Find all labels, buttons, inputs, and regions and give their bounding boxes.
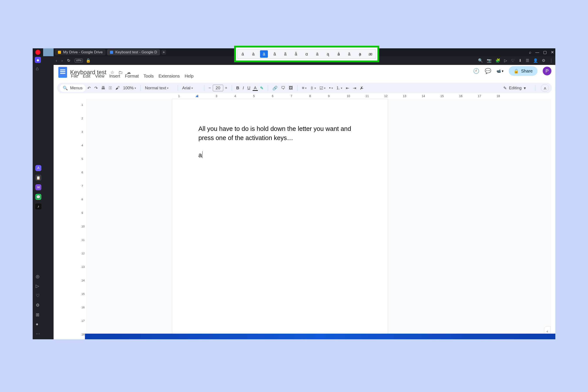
- share-button[interactable]: 🔒 Share: [509, 66, 538, 76]
- vertical-ruler[interactable]: 123456789101112131415161718: [81, 99, 86, 339]
- align-dropdown[interactable]: ≡: [300, 86, 308, 90]
- sidebar-app-aria[interactable]: A: [35, 165, 42, 171]
- new-tab-button[interactable]: +: [161, 50, 166, 55]
- accent-option-ạ[interactable]: ạ: [356, 50, 364, 58]
- sidebar-app-messenger[interactable]: ✉: [35, 184, 42, 190]
- paint-format-button[interactable]: 🖌: [114, 86, 121, 90]
- sidebar-player-icon[interactable]: ▷: [36, 283, 40, 288]
- sidebar-dot-icon[interactable]: ●: [36, 322, 40, 327]
- menu-insert[interactable]: Insert: [109, 74, 120, 78]
- menu-help[interactable]: Help: [185, 74, 194, 78]
- accent-option-â[interactable]: â: [271, 50, 278, 58]
- sidebar-more-icon[interactable]: ⋯: [36, 331, 40, 336]
- accent-option-å[interactable]: å: [292, 50, 300, 58]
- browser-tab-drive[interactable]: My Drive - Google Drive: [55, 49, 106, 55]
- last-edit-icon[interactable]: 🕘: [473, 68, 480, 74]
- font-size-input[interactable]: 20: [213, 85, 223, 91]
- easy-setup-icon[interactable]: ☰: [526, 58, 529, 63]
- ruler-tick: 6: [272, 94, 274, 98]
- lock-icon[interactable]: 🔒: [86, 58, 90, 63]
- sidebar-app-whatsapp[interactable]: 💬: [35, 194, 42, 200]
- downloads-icon[interactable]: ⬇: [518, 58, 522, 63]
- reload-button[interactable]: ↻: [65, 58, 72, 63]
- numbered-list-dropdown[interactable]: 1.: [335, 86, 344, 90]
- close-window-button[interactable]: ✕: [551, 50, 554, 55]
- back-button[interactable]: ‹: [54, 58, 59, 63]
- accent-option-α[interactable]: α: [303, 50, 310, 58]
- sidebar-pinboards-icon[interactable]: ♡: [36, 293, 40, 298]
- accent-option-ą[interactable]: ą: [324, 50, 332, 58]
- highlight-button[interactable]: ✎: [258, 86, 265, 90]
- opera-menu-button[interactable]: [33, 48, 43, 56]
- underline-button[interactable]: U: [246, 86, 252, 90]
- accent-option-ã[interactable]: ã: [281, 50, 289, 58]
- undo-button[interactable]: ↶: [86, 86, 92, 90]
- horizontal-ruler[interactable]: 123456789101112131415161718: [84, 94, 551, 98]
- increase-indent-button[interactable]: ⇥: [351, 86, 358, 90]
- font-dropdown[interactable]: Arial: [180, 86, 202, 90]
- accent-option-á[interactable]: á: [239, 50, 246, 58]
- menu-extensions[interactable]: Extensions: [158, 74, 180, 78]
- search-menus-button[interactable]: 🔍 Menus: [60, 84, 86, 92]
- docs-logo-icon[interactable]: [58, 67, 67, 78]
- menu-format[interactable]: Format: [125, 74, 139, 78]
- sidebar-settings-icon[interactable]: ⚙: [36, 302, 40, 308]
- accent-option-æ[interactable]: æ: [367, 50, 374, 58]
- accent-option-ả[interactable]: ả: [335, 50, 342, 58]
- clear-formatting-button[interactable]: ✗̶: [358, 86, 365, 90]
- insert-image-button[interactable]: 🖼: [287, 86, 295, 90]
- vpn-badge[interactable]: VPN: [75, 58, 83, 62]
- workspace-button[interactable]: ◆: [35, 57, 41, 63]
- document-body[interactable]: All you have to do is hold down the lett…: [198, 124, 362, 160]
- bulleted-list-dropdown[interactable]: •: [327, 86, 335, 90]
- accent-option-à[interactable]: à: [249, 50, 257, 58]
- sidebar-app-clipboard[interactable]: 📋: [35, 175, 42, 181]
- accent-option-ă[interactable]: ă: [346, 50, 353, 58]
- heart-icon[interactable]: ♡: [511, 58, 514, 63]
- maximize-button[interactable]: ▢: [543, 50, 547, 55]
- menu-file[interactable]: File: [71, 74, 78, 78]
- bold-button[interactable]: B: [234, 86, 241, 90]
- redo-button[interactable]: ↷: [92, 86, 100, 90]
- sidebar-search-icon[interactable]: 🔍: [478, 58, 483, 63]
- accent-option-ā[interactable]: ā: [314, 50, 321, 58]
- spellcheck-button[interactable]: Ａ̲: [107, 86, 114, 90]
- sidebar-app-tiktok[interactable]: ♪: [35, 204, 42, 210]
- sidebar-history-icon[interactable]: ◎: [36, 274, 40, 279]
- open-comments-icon[interactable]: 💬: [485, 68, 491, 74]
- decrease-indent-button[interactable]: ⇤: [344, 86, 351, 90]
- zoom-dropdown[interactable]: 100%: [121, 86, 138, 90]
- decrease-font-button[interactable]: −: [207, 86, 213, 90]
- line-spacing-dropdown[interactable]: ⇳: [308, 86, 318, 90]
- minimize-button[interactable]: —: [535, 50, 539, 55]
- print-button[interactable]: 🖶: [100, 86, 107, 90]
- forward-button[interactable]: ›: [59, 58, 65, 63]
- overflow-icon[interactable]: ⋮: [549, 58, 553, 63]
- speed-dial-icon[interactable]: ⌂: [36, 66, 38, 72]
- menu-tools[interactable]: Tools: [144, 74, 154, 78]
- extensions-icon[interactable]: 🧩: [496, 58, 500, 63]
- hide-menus-button[interactable]: ʌ: [541, 84, 549, 92]
- editing-mode-dropdown[interactable]: ✎ Editing ▾: [500, 86, 530, 90]
- snapshot-icon[interactable]: 📷: [487, 58, 492, 63]
- profile-icon[interactable]: 👤: [533, 58, 538, 63]
- accent-option-ä[interactable]: ä: [260, 50, 268, 58]
- menu-view[interactable]: View: [95, 74, 104, 78]
- menu-edit[interactable]: Edit: [83, 74, 90, 78]
- paragraph-style-dropdown[interactable]: Normal text: [143, 86, 175, 90]
- tab-search-icon[interactable]: ⌕: [529, 50, 532, 55]
- italic-button[interactable]: I: [241, 86, 246, 90]
- insert-link-button[interactable]: 🔗: [271, 86, 280, 90]
- increase-font-button[interactable]: +: [223, 86, 229, 90]
- account-avatar[interactable]: P: [543, 67, 552, 75]
- document-page[interactable]: All you have to do is hold down the lett…: [172, 99, 388, 339]
- browser-tab-docs[interactable]: Keyboard test - Google D: [107, 49, 160, 55]
- player-icon[interactable]: ▷: [504, 58, 507, 63]
- checklist-dropdown[interactable]: ☑: [318, 86, 327, 90]
- text-color-button[interactable]: A: [252, 86, 258, 90]
- sidebar-features-icon[interactable]: ⊞: [36, 312, 40, 317]
- meet-button[interactable]: 📹 ▾: [496, 69, 504, 73]
- chevron-down-icon: ▾: [524, 86, 526, 90]
- settings-gear-icon[interactable]: ⚙: [542, 58, 545, 63]
- add-comment-button[interactable]: 🗨: [280, 86, 287, 90]
